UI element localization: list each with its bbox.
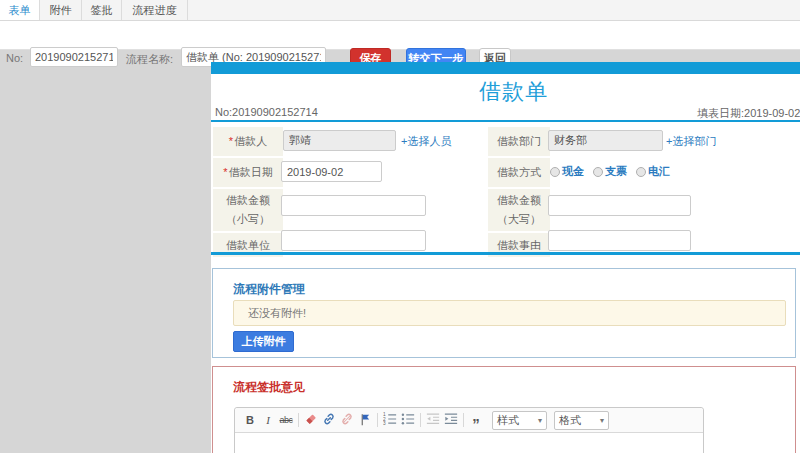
no-attachment-alert: 还没有附件! — [233, 300, 786, 326]
eraser-icon — [304, 412, 318, 428]
format-select[interactable]: 格式 ▾ — [554, 411, 609, 430]
italic-button[interactable]: I — [259, 411, 277, 429]
document-number: No:20190902152714 — [215, 106, 318, 118]
amount-lower-label: 借款金额（小写） — [213, 189, 283, 231]
unlink-button[interactable] — [338, 411, 356, 429]
unlink-icon — [340, 412, 354, 428]
fill-date: 填表日期:2019-09-02 15:27:14 — [697, 106, 800, 121]
attachment-section: 流程附件管理 还没有附件! 上传附件 — [212, 268, 796, 358]
radio-circle-icon — [550, 167, 560, 177]
chevron-down-icon: ▾ — [600, 416, 604, 425]
loan-date-input[interactable] — [281, 161, 382, 182]
loan-method-radio-group: 现金 支票 电汇 — [550, 164, 670, 179]
borrower-input[interactable] — [283, 130, 396, 151]
required-asterisk: * — [229, 135, 233, 147]
amount-lower-input[interactable] — [281, 195, 426, 216]
upload-attachment-button[interactable]: 上传附件 — [233, 331, 294, 352]
command-bar: No: 流程名称: 保存 转交下一步 返回 — [0, 21, 800, 50]
attachment-section-heading: 流程附件管理 — [233, 281, 305, 298]
indent-icon — [444, 412, 458, 428]
outdent-button[interactable] — [424, 411, 442, 429]
tab-form[interactable]: 表单 — [0, 0, 40, 20]
svg-text:3: 3 — [383, 421, 386, 426]
header-divider — [211, 120, 800, 122]
radio-circle-icon — [636, 167, 646, 177]
required-asterisk: * — [223, 166, 227, 178]
toolbar-separator — [420, 413, 421, 427]
toolbar-separator — [298, 413, 299, 427]
no-input[interactable] — [30, 47, 118, 67]
approval-section: 流程签批意见 B I abc — [212, 366, 796, 453]
process-name-label: 流程名称: — [126, 52, 173, 67]
top-accent-bar — [211, 62, 800, 74]
select-person-link[interactable]: +选择人员 — [401, 134, 451, 149]
remove-format-button[interactable] — [302, 411, 320, 429]
numbered-list-icon: 1 2 3 — [383, 412, 397, 428]
radio-check[interactable]: 支票 — [593, 164, 627, 179]
loan-method-label: 借款方式 — [488, 158, 550, 187]
radio-wire-transfer[interactable]: 电汇 — [636, 164, 670, 179]
tab-bar: 表单 附件 签批 流程进度 — [0, 0, 800, 21]
department-input[interactable] — [548, 130, 663, 151]
rich-text-editor: B I abc — [234, 407, 704, 453]
loan-reason-input[interactable] — [548, 230, 691, 251]
borrower-label: *借款人 — [213, 127, 283, 156]
form-bottom-divider — [211, 252, 800, 255]
indent-button[interactable] — [442, 411, 460, 429]
loan-form-panel: 借款单 No:20190902152714 填表日期:2019-09-02 15… — [211, 62, 800, 453]
tab-attachment[interactable]: 附件 — [40, 0, 82, 20]
strikethrough-button[interactable]: abc — [277, 411, 295, 429]
tab-process-progress[interactable]: 流程进度 — [122, 0, 188, 20]
outdent-icon — [426, 412, 440, 428]
numbered-list-button[interactable]: 1 2 3 — [381, 411, 399, 429]
toolbar-separator — [377, 413, 378, 427]
approval-section-heading: 流程签批意见 — [233, 379, 305, 396]
anchor-button[interactable] — [356, 411, 374, 429]
amount-upper-input[interactable] — [548, 195, 691, 216]
editor-toolbar: B I abc — [235, 408, 703, 433]
loan-unit-input[interactable] — [281, 230, 426, 251]
link-button[interactable] — [320, 411, 338, 429]
no-label: No: — [6, 52, 23, 64]
style-select[interactable]: 样式 ▾ — [492, 411, 547, 430]
amount-upper-label: 借款金额（大写） — [488, 189, 550, 231]
select-department-link[interactable]: +选择部门 — [666, 134, 716, 149]
department-label: 借款部门 — [488, 127, 550, 156]
link-icon — [322, 412, 336, 428]
bullet-list-button[interactable] — [399, 411, 417, 429]
toolbar-separator — [463, 413, 464, 427]
form-title: 借款单 — [211, 77, 800, 107]
chevron-down-icon: ▾ — [538, 416, 542, 425]
flag-icon — [359, 413, 372, 428]
loan-date-label: *借款日期 — [213, 158, 283, 187]
bullet-list-icon — [401, 412, 415, 428]
tab-approval[interactable]: 签批 — [82, 0, 122, 20]
editor-content-area[interactable] — [235, 433, 703, 453]
radio-cash[interactable]: 现金 — [550, 164, 584, 179]
radio-circle-icon — [593, 167, 603, 177]
bold-button[interactable]: B — [241, 411, 259, 429]
blockquote-button[interactable]: ” — [467, 408, 485, 432]
